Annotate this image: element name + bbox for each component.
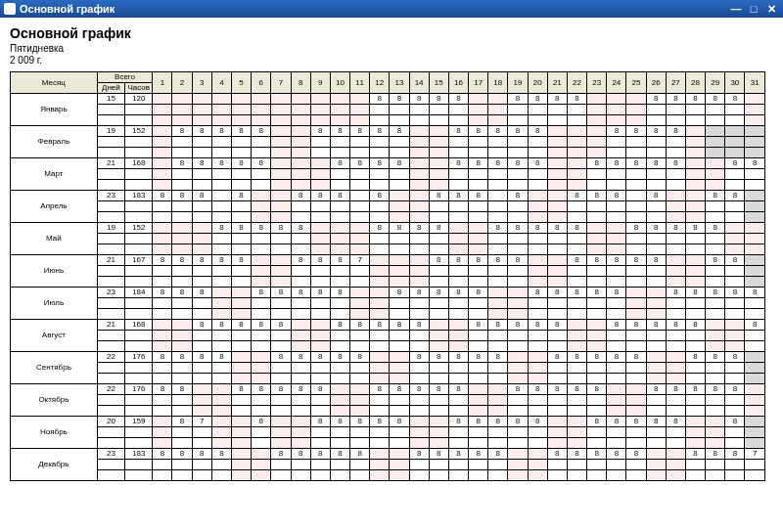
cell[interactable]	[745, 331, 765, 341]
cell[interactable]	[370, 438, 390, 449]
cell[interactable]: 8	[271, 320, 291, 331]
cell[interactable]: 8	[725, 158, 745, 169]
cell[interactable]	[350, 298, 370, 309]
cell[interactable]	[745, 201, 765, 212]
cell[interactable]	[626, 363, 646, 374]
cell[interactable]: 8	[488, 158, 508, 169]
cell[interactable]	[567, 137, 586, 148]
cell[interactable]	[567, 341, 586, 352]
cell[interactable]	[725, 115, 745, 126]
cell[interactable]	[192, 298, 211, 309]
cell[interactable]	[172, 406, 192, 417]
cell[interactable]	[153, 137, 172, 148]
cell[interactable]	[153, 298, 172, 309]
cell[interactable]	[390, 266, 409, 277]
cell[interactable]	[211, 244, 231, 255]
cell[interactable]	[370, 341, 390, 352]
cell[interactable]	[626, 201, 646, 212]
cell[interactable]	[488, 105, 508, 115]
cell[interactable]	[330, 470, 349, 481]
cell[interactable]	[192, 223, 211, 234]
cell[interactable]: 8	[448, 384, 468, 395]
cell[interactable]	[528, 212, 547, 223]
cell[interactable]	[192, 148, 211, 158]
cell[interactable]	[528, 201, 547, 212]
cell[interactable]: 8	[567, 255, 586, 266]
cell[interactable]	[626, 341, 646, 352]
cell[interactable]	[252, 341, 271, 352]
cell[interactable]	[291, 460, 310, 470]
cell[interactable]	[409, 406, 429, 417]
cell[interactable]	[211, 341, 231, 352]
cell[interactable]	[172, 137, 192, 148]
cell[interactable]	[172, 266, 192, 277]
cell[interactable]	[271, 158, 291, 169]
cell[interactable]	[567, 277, 586, 288]
cell[interactable]	[626, 331, 646, 341]
cell[interactable]: 8	[469, 126, 488, 137]
cell[interactable]	[153, 363, 172, 374]
cell[interactable]	[330, 395, 349, 406]
cell[interactable]	[211, 470, 231, 481]
cell[interactable]	[330, 406, 349, 417]
cell[interactable]	[666, 449, 685, 460]
cell[interactable]	[469, 115, 488, 126]
cell[interactable]	[488, 395, 508, 406]
cell[interactable]: 8	[153, 288, 172, 298]
cell[interactable]	[350, 137, 370, 148]
cell[interactable]	[370, 363, 390, 374]
cell[interactable]: 8	[626, 223, 646, 234]
cell[interactable]	[567, 115, 586, 126]
cell[interactable]	[745, 395, 765, 406]
cell[interactable]: 8	[587, 255, 607, 266]
cell[interactable]	[350, 288, 370, 298]
cell[interactable]	[409, 266, 429, 277]
cell[interactable]	[172, 298, 192, 309]
cell[interactable]	[252, 234, 271, 244]
cell[interactable]: 8	[607, 320, 626, 331]
cell[interactable]	[666, 148, 685, 158]
col-day-20[interactable]: 20	[528, 72, 547, 94]
cell[interactable]: 8	[646, 384, 666, 395]
col-day-13[interactable]: 13	[390, 72, 409, 94]
cell[interactable]	[390, 427, 409, 438]
cell[interactable]	[587, 374, 607, 384]
cell[interactable]	[685, 395, 705, 406]
cell[interactable]	[607, 201, 626, 212]
cell[interactable]	[252, 460, 271, 470]
cell[interactable]: 8	[310, 191, 330, 201]
cell[interactable]	[409, 298, 429, 309]
cell[interactable]	[172, 331, 192, 341]
cell[interactable]	[448, 223, 468, 234]
cell[interactable]	[330, 180, 349, 191]
cell[interactable]	[291, 137, 310, 148]
cell[interactable]	[567, 244, 586, 255]
cell[interactable]	[350, 395, 370, 406]
cell[interactable]: 8	[429, 255, 448, 266]
cell[interactable]	[252, 191, 271, 201]
cell[interactable]	[409, 427, 429, 438]
cell[interactable]	[429, 277, 448, 288]
cell[interactable]	[508, 234, 528, 244]
cell[interactable]	[448, 470, 468, 481]
col-day-17[interactable]: 17	[469, 72, 488, 94]
cell[interactable]: 8	[469, 255, 488, 266]
cell[interactable]: 8	[429, 384, 448, 395]
cell[interactable]: 8	[370, 320, 390, 331]
cell[interactable]	[745, 460, 765, 470]
cell[interactable]	[666, 427, 685, 438]
cell[interactable]	[567, 105, 586, 115]
cell[interactable]: 8	[646, 191, 666, 201]
cell[interactable]: 8	[192, 191, 211, 201]
cell[interactable]	[291, 277, 310, 288]
col-day-24[interactable]: 24	[607, 72, 626, 94]
cell[interactable]	[172, 223, 192, 234]
cell[interactable]: 8	[350, 158, 370, 169]
cell[interactable]: 8	[291, 384, 310, 395]
cell[interactable]	[469, 94, 488, 105]
cell[interactable]: 8	[172, 255, 192, 266]
cell[interactable]: 8	[390, 223, 409, 234]
cell[interactable]: 8	[646, 126, 666, 137]
cell[interactable]	[666, 374, 685, 384]
cell[interactable]	[469, 384, 488, 395]
